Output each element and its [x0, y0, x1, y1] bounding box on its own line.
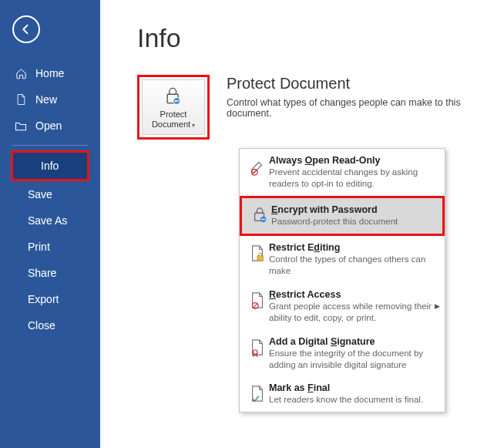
pencil-no-icon — [246, 155, 269, 190]
sidebar-item-home[interactable]: Home — [0, 60, 100, 86]
chevron-right-icon: ▶ — [435, 302, 440, 310]
sidebar-item-label: New — [35, 93, 57, 106]
sidebar-item-export[interactable]: Export — [0, 286, 100, 312]
sidebar-item-label: Home — [35, 67, 64, 79]
highlight-info: Info — [11, 150, 89, 181]
protect-document-section: Protect Document▾ Protect Document Contr… — [137, 75, 486, 140]
menu-item-desc: Let readers know the document is final. — [269, 394, 437, 406]
svg-line-12 — [254, 303, 258, 308]
menu-item-title: Add a Digital Signature — [269, 336, 437, 347]
document-ribbon-icon — [246, 336, 269, 371]
sidebar-item-close[interactable]: Close — [0, 312, 100, 339]
menu-item-mark-final[interactable]: Mark as Final Let readers know the docum… — [240, 376, 445, 412]
sidebar-item-label: Close — [28, 319, 55, 332]
protect-document-desc: Control what types of changes people can… — [227, 97, 486, 119]
page-title: Info — [137, 23, 486, 53]
menu-item-desc: Prevent accidental changes by asking rea… — [269, 167, 437, 190]
menu-item-desc: Ensure the integrity of the document by … — [269, 348, 437, 371]
highlight-protect-button: Protect Document▾ — [137, 75, 210, 140]
menu-item-title: Encrypt with Password — [271, 204, 435, 215]
protect-document-menu: Always Open Read-Only Prevent accidental… — [239, 148, 445, 413]
menu-item-desc: Grant people access while removing their… — [269, 301, 437, 324]
svg-rect-9 — [263, 219, 265, 220]
svg-rect-10 — [257, 256, 263, 261]
sidebar-item-save-as[interactable]: Save As — [0, 207, 100, 234]
sidebar-item-share[interactable]: Share — [0, 260, 100, 286]
sidebar-divider — [12, 145, 88, 146]
menu-item-title: Restrict Access — [269, 289, 437, 300]
menu-item-restrict-editing[interactable]: Restrict Editing Control the types of ch… — [240, 236, 445, 283]
sidebar-item-open[interactable]: Open — [0, 113, 100, 139]
sidebar-item-save[interactable]: Save — [0, 181, 100, 207]
menu-item-title: Always Open Read-Only — [269, 155, 437, 166]
sidebar-item-label: Save As — [28, 214, 67, 227]
menu-item-read-only[interactable]: Always Open Read-Only Prevent accidental… — [240, 149, 445, 196]
document-icon — [14, 93, 28, 106]
menu-item-restrict-access[interactable]: Restrict Access Grant people access whil… — [240, 283, 445, 330]
back-button[interactable] — [12, 15, 40, 43]
sidebar-item-label: Export — [28, 293, 59, 305]
menu-item-encrypt[interactable]: Encrypt with Password Password-protect t… — [242, 198, 442, 234]
sidebar-item-print[interactable]: Print — [0, 234, 100, 260]
menu-item-digital-signature[interactable]: Add a Digital Signature Ensure the integ… — [240, 330, 445, 377]
sidebar-item-label: Save — [28, 188, 52, 200]
folder-open-icon — [14, 121, 28, 131]
menu-item-title: Mark as Final — [269, 382, 437, 393]
home-icon — [14, 68, 28, 79]
chevron-down-icon: ▾ — [192, 122, 195, 129]
protect-document-button[interactable]: Protect Document▾ — [142, 79, 205, 135]
sidebar-item-label: Share — [28, 267, 56, 279]
document-check-icon — [246, 382, 269, 406]
menu-item-title: Restrict Editing — [269, 242, 437, 253]
highlight-encrypt: Encrypt with Password Password-protect t… — [240, 196, 445, 236]
sidebar-item-new[interactable]: New — [0, 86, 100, 113]
lock-key-icon — [163, 85, 184, 106]
document-no-icon — [246, 289, 269, 324]
sidebar-item-label: Print — [28, 241, 50, 253]
sidebar-item-info[interactable]: Info — [13, 153, 87, 179]
arrow-left-icon — [19, 22, 33, 36]
main-panel: Info Protect Document▾ — [100, 0, 504, 448]
menu-item-desc: Password-protect this document — [271, 216, 435, 227]
sidebar-item-label: Info — [41, 160, 59, 172]
document-lock-icon — [246, 242, 269, 277]
sidebar-item-label: Open — [35, 120, 62, 132]
menu-item-desc: Control the types of changes others can … — [269, 254, 437, 277]
protect-document-heading: Protect Document — [227, 75, 486, 93]
lock-key-icon — [248, 204, 271, 227]
backstage-sidebar: Home New Open Info Save Save As Print Sh… — [0, 0, 100, 448]
svg-rect-3 — [176, 100, 180, 101]
protect-button-label: Protect Document▾ — [152, 109, 195, 129]
svg-point-2 — [175, 100, 176, 102]
svg-point-8 — [261, 218, 263, 220]
